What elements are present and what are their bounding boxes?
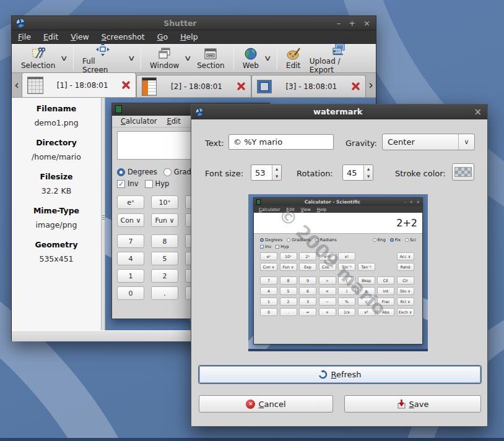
preview-key: Frac — [377, 298, 394, 306]
preview-key: Cos⁻¹ — [319, 263, 336, 271]
preview-key: x² — [358, 308, 375, 316]
preview-key: Con ∨ — [260, 263, 277, 271]
preview-key: ) — [338, 287, 355, 295]
spin-up-icon[interactable]: ▲ — [272, 165, 281, 173]
menu-item: Edit — [162, 117, 185, 126]
close-button[interactable]: × — [363, 19, 370, 28]
desktop: Shutter – + × FileEditViewScreenshotGoHe… — [0, 0, 504, 441]
preview-key: CE — [377, 276, 394, 285]
cancel-button[interactable]: ✕ Cancel — [199, 395, 333, 413]
preview-key: − — [319, 298, 336, 306]
menu-item[interactable]: Edit — [37, 32, 64, 41]
preview-key: Fun ∨ — [280, 263, 297, 271]
edit-button[interactable]: Edit — [282, 46, 305, 71]
gravity-select[interactable]: Center ∨ — [382, 134, 475, 150]
preview-key: 9 — [299, 276, 316, 285]
tab-screenshot-2[interactable]: [2] - 18:08:01 — [136, 75, 251, 97]
preview-key: 1/x — [338, 308, 355, 316]
preview-key: √ — [358, 298, 375, 306]
shutter-toolbar: Selection ∨ Full Screen ∨ — [12, 44, 376, 73]
font-size-label: Font size: — [205, 169, 243, 178]
upload-export-icon — [331, 43, 345, 56]
stroke-color-label: Stroke color: — [395, 169, 446, 178]
spin-down-icon[interactable]: ▼ — [364, 173, 373, 180]
preview-key: Sin⁻¹ — [338, 263, 355, 271]
menu-item[interactable]: View — [64, 32, 95, 41]
fullscreen-button[interactable]: Full Screen — [78, 41, 127, 75]
window-button[interactable]: Window — [146, 46, 183, 71]
preview-calculator-window: Calculator - Scientific – + × Calculator… — [253, 197, 423, 345]
checkbox-inv: ✓Inv — [117, 179, 139, 188]
selection-dropdown-chevron[interactable]: ∨ — [58, 54, 71, 62]
screenshot-calc-key: 2 — [151, 269, 178, 283]
menu-item[interactable]: Screenshot — [95, 32, 151, 41]
rotation-label: Rotation: — [297, 169, 333, 178]
session-tabbar: ‹ [1] - 18:08:01 [2] - 18:08:01 [3] - 18… — [12, 73, 376, 98]
menu-item[interactable]: Help — [174, 32, 204, 41]
preview-key: x¹/ʸ — [319, 252, 336, 260]
metadata-entry: Filesize 32.2 KB — [12, 172, 101, 195]
maximize-glyph: + — [409, 200, 413, 205]
radio-radians: Radians — [315, 238, 337, 242]
calculator-app-icon — [115, 105, 122, 113]
shutter-titlebar[interactable]: Shutter – + × — [12, 16, 376, 30]
menu-item[interactable]: File — [12, 32, 37, 41]
dialog-titlebar[interactable]: watermark × — [191, 105, 487, 119]
toolbar-separator — [233, 46, 234, 70]
font-size-stepper[interactable]: 53 ▲ ▼ — [251, 165, 282, 181]
save-button[interactable]: Save — [344, 395, 481, 413]
web-button[interactable]: Web — [238, 46, 263, 71]
minimize-button[interactable]: – — [337, 19, 341, 28]
watermark-text-input[interactable]: © %Y mario — [228, 134, 334, 150]
web-dropdown-chevron[interactable]: ∨ — [261, 54, 274, 62]
section-button[interactable]: Section — [193, 46, 229, 71]
tab-close-icon[interactable] — [121, 80, 131, 90]
selection-button[interactable]: Selection — [17, 46, 59, 71]
rotation-stepper[interactable]: 45 ▲ ▼ — [342, 165, 373, 181]
preview-key: 2 — [280, 298, 297, 306]
preview-key: 1 — [260, 298, 277, 306]
tab-close-icon[interactable] — [351, 82, 360, 91]
radio-eng: Eng — [373, 238, 386, 242]
tabs-scroll-left-icon[interactable]: ‹ — [12, 72, 22, 97]
web-globe-icon — [243, 47, 258, 61]
preview-calc-titlebar: Calculator - Scientific – + × — [254, 198, 422, 206]
stroke-color-button[interactable] — [452, 163, 474, 181]
watermark-preview-image: Calculator - Scientific – + × Calculator… — [248, 194, 428, 351]
menu-item[interactable]: Go — [151, 32, 174, 41]
save-icon — [397, 400, 406, 409]
spin-down-icon[interactable]: ▼ — [272, 173, 281, 180]
preview-key: Rcl ∨ — [397, 298, 414, 306]
checkbox-inv: ✓Inv — [260, 244, 271, 249]
screenshot-calc-key: 0 — [117, 286, 144, 300]
preview-key: Abs — [377, 308, 394, 316]
preview-key: ( — [338, 276, 355, 285]
chevron-down-icon: ∨ — [458, 134, 474, 150]
preview-key: Rand — [397, 263, 414, 271]
tab-screenshot-1[interactable]: [1] - 18:08:01 — [22, 72, 136, 97]
maximize-button[interactable]: + — [349, 19, 355, 28]
metadata-sidebar: Filename demo1.png Directory /home/mario… — [12, 98, 102, 330]
tab-screenshot-3[interactable]: [3] - 18:08:01 — [251, 75, 366, 97]
dialog-close-button[interactable]: × — [474, 106, 482, 118]
tabs-scroll-right-icon[interactable]: › — [366, 72, 376, 97]
fullscreen-dropdown-chevron[interactable]: ∨ — [125, 54, 139, 62]
preview-key: % — [338, 298, 355, 306]
spin-up-icon[interactable]: ▲ — [364, 165, 373, 173]
preview-key: 4 — [260, 287, 277, 295]
upload-export-button[interactable]: Upload / Export — [305, 41, 371, 75]
preview-key: 10ˣ — [280, 252, 297, 260]
screenshot-calc-key: eˣ — [117, 195, 144, 209]
window-dropdown-chevron[interactable]: ∨ — [181, 54, 195, 62]
screenshot-calc-key: 10ˣ — [151, 195, 178, 209]
refresh-button[interactable]: Refresh — [199, 366, 481, 383]
tab-close-icon[interactable] — [237, 82, 246, 91]
image-thumbnail — [257, 80, 272, 93]
screenshot-calc-key: 8 — [151, 234, 178, 248]
shutter-logo-icon — [195, 108, 204, 116]
preview-key: Bksp — [358, 276, 375, 285]
close-glyph: × — [416, 200, 420, 205]
toolbar-separator — [277, 46, 277, 70]
webpage-thumbnail — [142, 77, 157, 96]
calculator-app-icon — [256, 199, 261, 205]
